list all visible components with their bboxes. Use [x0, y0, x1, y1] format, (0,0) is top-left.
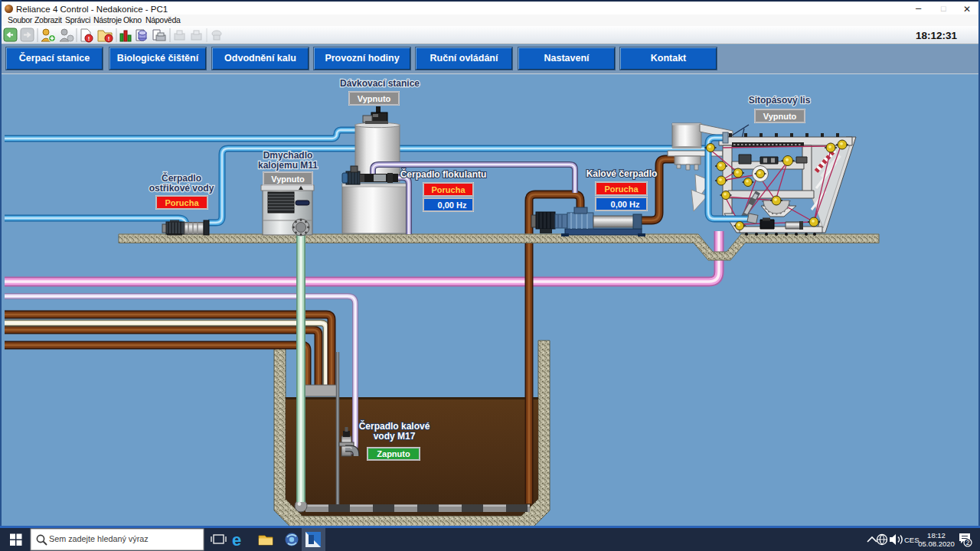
svg-text:Zapnuto: Zapnuto	[377, 449, 410, 458]
svg-text:Porucha: Porucha	[431, 185, 466, 194]
svg-text:Vypnuto: Vypnuto	[271, 174, 305, 184]
svg-text:Kalové čerpadlo: Kalové čerpadlo	[586, 168, 658, 179]
svg-text:Čerpadlo flokulantu: Čerpadlo flokulantu	[400, 168, 487, 180]
svg-text:0,00 Hz: 0,00 Hz	[438, 201, 467, 210]
svg-text:ostřikové vody: ostřikové vody	[149, 183, 214, 194]
svg-text:Porucha: Porucha	[165, 198, 199, 207]
svg-text:e: e	[232, 530, 241, 549]
svg-text:05.08.2020: 05.08.2020	[918, 540, 955, 548]
svg-text:Porucha: Porucha	[604, 184, 639, 194]
svg-text:kalojemu M11: kalojemu M11	[258, 160, 318, 171]
svg-text:Dmychadlo: Dmychadlo	[263, 150, 313, 161]
svg-text:CES: CES	[904, 536, 920, 544]
svg-text:0,00 Hz: 0,00 Hz	[611, 200, 640, 209]
svg-text:Čerpadlo kalové: Čerpadlo kalové	[359, 420, 430, 432]
svg-text:Vypnuto: Vypnuto	[358, 94, 391, 103]
svg-text:Sitopásový lis: Sitopásový lis	[749, 95, 811, 106]
svg-text:2: 2	[966, 539, 970, 546]
svg-text:Dávkovací stanice: Dávkovací stanice	[340, 78, 420, 89]
svg-text:18:12: 18:12	[927, 531, 946, 540]
svg-text:Sem zadejte hledaný výraz: Sem zadejte hledaný výraz	[49, 534, 149, 543]
svg-text:Čerpadlo: Čerpadlo	[162, 172, 201, 184]
svg-text:!: !	[108, 35, 110, 42]
svg-text:vody M17: vody M17	[374, 431, 416, 442]
svg-text:Vypnuto: Vypnuto	[763, 112, 797, 121]
svg-text:!: !	[88, 35, 90, 42]
